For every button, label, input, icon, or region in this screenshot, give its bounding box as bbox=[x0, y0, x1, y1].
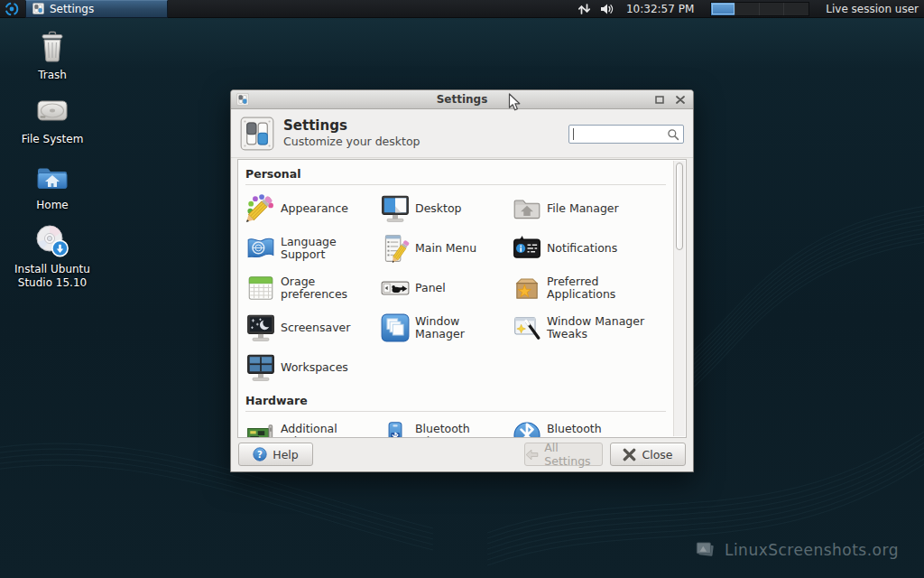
desktop: Settings 10:32:57 PM bbox=[0, 0, 924, 578]
desktop-settings-icon bbox=[380, 193, 411, 224]
hard-disk-icon bbox=[34, 93, 70, 129]
settings-item-appearance[interactable]: Appearance bbox=[245, 193, 380, 224]
desktop-icon-label: Install Ubuntu Studio 15.10 bbox=[11, 263, 94, 290]
file-manager-icon bbox=[512, 193, 542, 224]
hardware-items-grid: Additional Drivers Bluetooth Adapters bbox=[245, 420, 666, 438]
section-title-hardware: Hardware bbox=[245, 394, 666, 407]
window-title: Settings bbox=[231, 93, 693, 106]
bluetooth-adapters-icon bbox=[380, 420, 411, 438]
desktop-icon-label: File System bbox=[22, 133, 84, 146]
home-folder-icon bbox=[34, 159, 70, 195]
personal-items-grid: Appearance Desktop bbox=[245, 193, 666, 383]
section-divider bbox=[245, 184, 666, 185]
panel-settings-icon bbox=[380, 273, 411, 303]
window-manager-icon bbox=[380, 312, 411, 343]
taskbar-window-label: Settings bbox=[50, 3, 94, 15]
notifications-icon bbox=[512, 233, 542, 264]
settings-item-preferred-applications[interactable]: Preferred Applications bbox=[512, 273, 666, 303]
preferred-applications-icon bbox=[512, 273, 542, 303]
desktop-icon-label: Trash bbox=[38, 69, 67, 82]
main-menu-icon bbox=[380, 233, 411, 264]
appearance-icon bbox=[245, 193, 276, 224]
top-panel: Settings 10:32:57 PM bbox=[0, 0, 924, 18]
network-icon[interactable] bbox=[578, 3, 591, 15]
settings-item-main-menu[interactable]: Main Menu bbox=[380, 233, 512, 264]
close-window-button[interactable] bbox=[672, 93, 688, 107]
trash-icon bbox=[34, 29, 70, 65]
settings-item-notifications[interactable]: Notifications bbox=[512, 233, 666, 264]
close-icon bbox=[623, 448, 636, 461]
section-title-personal: Personal bbox=[245, 167, 666, 181]
scrollbar-thumb[interactable] bbox=[676, 163, 683, 250]
workspace-switcher bbox=[710, 2, 809, 16]
close-button[interactable]: Close bbox=[610, 443, 686, 466]
search-icon bbox=[667, 128, 679, 141]
header-subtitle: Customize your desktop bbox=[283, 135, 420, 148]
settings-item-screensaver[interactable]: Screensaver bbox=[245, 312, 380, 343]
install-cd-icon bbox=[34, 223, 70, 259]
language-support-icon bbox=[245, 233, 276, 264]
watermark: LinuxScreenshots.org bbox=[694, 538, 899, 562]
settings-item-window-manager[interactable]: Window Manager bbox=[380, 312, 512, 343]
scrollbar-track[interactable] bbox=[673, 161, 685, 436]
all-settings-button[interactable]: All Settings bbox=[524, 443, 603, 466]
volume-icon[interactable] bbox=[600, 3, 614, 15]
settings-window-icon bbox=[32, 3, 44, 14]
workspace-4[interactable] bbox=[784, 3, 808, 15]
window-header: Settings Customize your desktop bbox=[231, 109, 693, 158]
window-manager-tweaks-icon bbox=[512, 312, 542, 343]
section-divider bbox=[245, 411, 666, 412]
settings-dialog-content: Personal Appearance bbox=[237, 159, 687, 438]
desktop-icon-label: Home bbox=[36, 199, 68, 212]
additional-drivers-icon bbox=[245, 420, 276, 438]
help-icon: ? bbox=[253, 447, 267, 461]
settings-item-desktop[interactable]: Desktop bbox=[380, 193, 512, 224]
session-user-label: Live session user bbox=[826, 3, 919, 15]
workspace-1[interactable] bbox=[711, 3, 735, 15]
mouse-cursor bbox=[508, 93, 522, 112]
orage-calendar-icon bbox=[245, 273, 276, 303]
desktop-icon-home[interactable]: Home bbox=[11, 159, 94, 212]
desktop-icon-trash[interactable]: Trash bbox=[11, 29, 94, 82]
search-box[interactable] bbox=[568, 125, 684, 144]
settings-item-orage[interactable]: Orage preferences bbox=[245, 273, 380, 303]
settings-window: Settings Settings Customize your desktop bbox=[230, 89, 694, 472]
desktop-icon-list: Trash File System Home bbox=[11, 29, 94, 301]
text-caret bbox=[573, 128, 574, 140]
settings-item-panel[interactable]: Panel bbox=[380, 273, 512, 303]
window-titlebar[interactable]: Settings bbox=[231, 90, 693, 109]
settings-item-bluetooth-adapters[interactable]: Bluetooth Adapters bbox=[380, 420, 512, 438]
workspace-3[interactable] bbox=[760, 3, 784, 15]
desktop-icon-install[interactable]: Install Ubuntu Studio 15.10 bbox=[11, 223, 94, 290]
svg-text:?: ? bbox=[257, 450, 263, 460]
desktop-icon-filesystem[interactable]: File System bbox=[11, 93, 94, 146]
help-button[interactable]: ? Help bbox=[238, 443, 313, 466]
taskbar-window-button[interactable]: Settings bbox=[25, 0, 168, 18]
settings-item-language-support[interactable]: Language Support bbox=[245, 233, 380, 264]
dialog-footer: ? Help All Settings Close bbox=[231, 438, 693, 471]
screensaver-icon bbox=[245, 312, 276, 343]
header-title: Settings bbox=[283, 117, 347, 134]
settings-item-file-manager[interactable]: File Manager bbox=[512, 193, 666, 224]
back-arrow-icon bbox=[525, 448, 539, 461]
settings-item-bluetooth-manager[interactable]: Bluetooth Manager bbox=[512, 420, 666, 438]
settings-item-workspaces[interactable]: Workspaces bbox=[245, 352, 380, 383]
distro-logo-icon[interactable] bbox=[4, 2, 20, 16]
maximize-button[interactable] bbox=[651, 93, 667, 107]
bluetooth-manager-icon bbox=[512, 420, 542, 438]
panel-clock[interactable]: 10:32:57 PM bbox=[626, 3, 694, 15]
watermark-text: LinuxScreenshots.org bbox=[725, 541, 899, 559]
settings-item-wm-tweaks[interactable]: Window Manager Tweaks bbox=[512, 312, 666, 343]
settings-app-icon bbox=[240, 117, 274, 154]
settings-item-additional-drivers[interactable]: Additional Drivers bbox=[245, 420, 380, 438]
workspace-2[interactable] bbox=[735, 3, 760, 15]
workspaces-icon bbox=[245, 352, 276, 383]
search-input[interactable] bbox=[578, 126, 665, 142]
photos-stack-icon bbox=[694, 538, 717, 562]
